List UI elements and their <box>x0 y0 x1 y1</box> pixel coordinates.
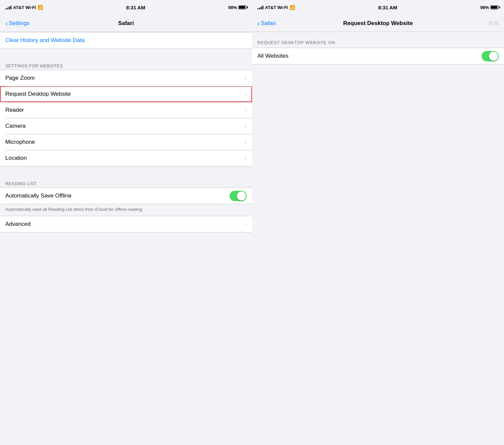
request-desktop-chevron-icon: › <box>245 91 247 97</box>
auto-save-offline-item[interactable]: Automatically Save Offline <box>0 188 252 204</box>
battery-fill <box>239 6 245 9</box>
location-item[interactable]: Location › <box>0 150 252 166</box>
auto-save-offline-label: Automatically Save Offline <box>5 192 230 199</box>
left-status-right: 98% <box>228 5 247 10</box>
carrier-label: AT&T Wi-Fi <box>13 5 36 10</box>
all-websites-label: All Websites <box>257 53 482 59</box>
location-chevron-icon: › <box>245 155 247 161</box>
right-back-label: Safari <box>261 20 276 27</box>
reader-item[interactable]: Reader › <box>0 102 252 118</box>
settings-for-websites-group: Page Zoom › Request Desktop Website › Re… <box>0 70 252 166</box>
microphone-chevron-icon: › <box>245 139 247 145</box>
clear-history-group: Clear History and Website Data <box>0 32 252 49</box>
camera-item[interactable]: Camera › <box>0 118 252 134</box>
gap-2 <box>0 166 252 178</box>
right-status-left: AT&T Wi-Fi 📶 <box>257 5 295 10</box>
toggle-knob <box>237 191 246 200</box>
request-desktop-website-item[interactable]: Request Desktop Website › <box>0 86 252 102</box>
right-content: REQUEST DESKTOP WEBSITE ON All Websites <box>252 32 504 445</box>
right-status-right: 98% <box>480 5 499 10</box>
left-content: Clear History and Website Data SETTINGS … <box>0 32 252 445</box>
page-zoom-chevron-icon: › <box>245 75 247 81</box>
edit-button[interactable]: Edit <box>489 20 499 27</box>
right-panel: AT&T Wi-Fi 📶 8:31 AM 98% ‹ Safari Reques… <box>252 0 504 445</box>
camera-label: Camera <box>5 123 245 129</box>
battery-percent-label: 98% <box>228 5 237 10</box>
gap-1 <box>0 49 252 61</box>
clear-history-label: Clear History and Website Data <box>5 37 247 44</box>
right-battery-icon <box>490 5 499 9</box>
back-chevron-icon: ‹ <box>5 20 8 27</box>
battery-icon <box>238 5 247 9</box>
advanced-chevron-icon: › <box>245 221 247 228</box>
right-signal-bars-icon <box>257 5 263 9</box>
page-zoom-item[interactable]: Page Zoom › <box>0 70 252 86</box>
right-page-title: Request Desktop Website <box>343 20 413 27</box>
right-nav-bar: ‹ Safari Request Desktop Website Edit <box>252 15 504 32</box>
page-zoom-label: Page Zoom <box>5 75 245 81</box>
reading-list-group: Automatically Save Offline <box>0 187 252 204</box>
advanced-item[interactable]: Advanced › <box>0 216 252 232</box>
microphone-item[interactable]: Microphone › <box>0 134 252 150</box>
reading-list-header: READING LIST <box>0 178 252 187</box>
page-title: Safari <box>118 20 134 27</box>
left-nav-bar: ‹ Settings Safari <box>0 15 252 32</box>
right-wifi-icon: 📶 <box>290 5 295 10</box>
clear-history-item[interactable]: Clear History and Website Data <box>0 32 252 48</box>
auto-save-description: Automatically save all Reading List item… <box>0 204 252 216</box>
right-back-chevron-icon: ‹ <box>257 20 260 27</box>
request-desktop-website-on-header: REQUEST DESKTOP WEBSITE ON <box>252 32 504 48</box>
advanced-group: Advanced › <box>0 216 252 233</box>
microphone-label: Microphone <box>5 139 245 145</box>
back-to-safari-button[interactable]: ‹ Safari <box>257 20 276 27</box>
right-battery-fill <box>491 6 497 9</box>
wifi-icon: 📶 <box>38 5 43 10</box>
advanced-label: Advanced <box>5 221 245 228</box>
all-websites-item[interactable]: All Websites <box>252 48 504 64</box>
camera-chevron-icon: › <box>245 123 247 129</box>
left-status-left: AT&T Wi-Fi 📶 <box>5 5 43 10</box>
right-carrier-label: AT&T Wi-Fi <box>265 5 288 10</box>
back-to-settings-button[interactable]: ‹ Settings <box>5 20 29 27</box>
right-battery-percent-label: 98% <box>480 5 489 10</box>
request-desktop-website-label: Request Desktop Website <box>5 91 245 97</box>
right-status-bar: AT&T Wi-Fi 📶 8:31 AM 98% <box>252 0 504 15</box>
left-time: 8:31 AM <box>126 5 145 10</box>
settings-for-websites-header: SETTINGS FOR WEBSITES <box>0 61 252 70</box>
location-label: Location <box>5 155 245 161</box>
left-status-bar: AT&T Wi-Fi 📶 8:31 AM 98% <box>0 0 252 15</box>
reader-label: Reader <box>5 107 245 113</box>
right-time: 8:31 AM <box>378 5 397 10</box>
signal-bars-icon <box>5 5 11 9</box>
auto-save-toggle[interactable] <box>230 191 247 201</box>
back-label: Settings <box>9 20 29 27</box>
left-panel: AT&T Wi-Fi 📶 8:31 AM 98% ‹ Settings Safa… <box>0 0 252 445</box>
all-websites-group: All Websites <box>252 48 504 64</box>
all-websites-toggle-knob <box>489 52 498 61</box>
reader-chevron-icon: › <box>245 107 247 113</box>
all-websites-toggle[interactable] <box>482 51 499 61</box>
